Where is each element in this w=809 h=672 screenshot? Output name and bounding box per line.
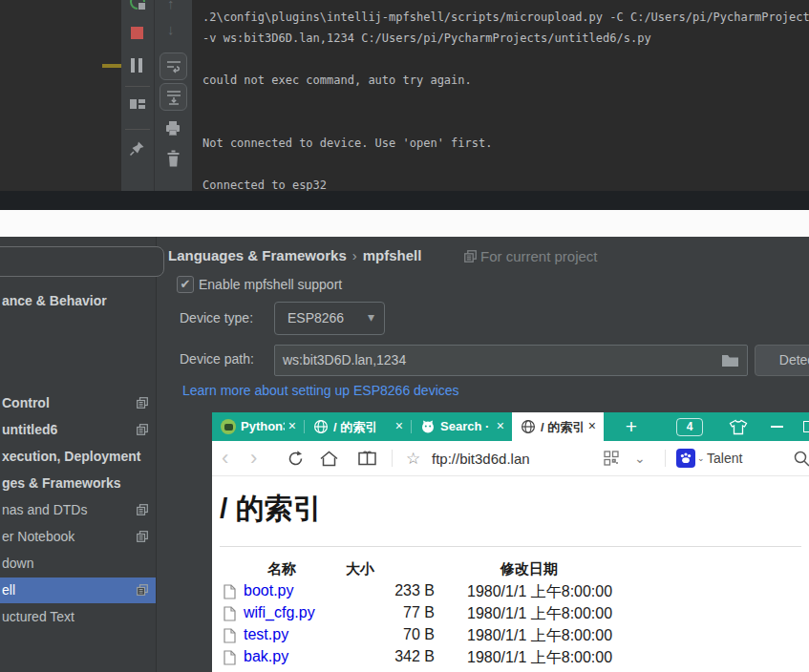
restore-layout-icon[interactable] — [130, 98, 145, 110]
tab-python3[interactable]: Python3 × — [212, 412, 304, 441]
close-icon[interactable]: × — [288, 418, 296, 433]
sidebar-item-label: uctured Text — [2, 604, 75, 630]
sidebar-item[interactable]: down — [0, 551, 156, 577]
star-icon[interactable]: ☆ — [406, 441, 420, 475]
sidebar-item-label: ell — [2, 578, 15, 603]
stop-icon[interactable] — [131, 27, 143, 39]
browser-address-bar: ‹ › ☆ ftp://bit3d6d.lan ⌄ — [212, 441, 809, 476]
globe-icon — [313, 419, 329, 434]
new-tab-button[interactable]: + — [619, 414, 644, 439]
qr-code-icon[interactable] — [604, 441, 619, 475]
device-path-input[interactable]: ws:bit3D6D.lan,1234 — [274, 345, 748, 376]
tab-github-search[interactable]: Search · × — [412, 412, 512, 441]
scroll-to-end-icon[interactable] — [160, 83, 187, 111]
python-favicon — [221, 419, 236, 434]
console-toolbar: ↑ ↓ — [154, 0, 192, 191]
reading-mode-book-icon[interactable] — [357, 441, 377, 475]
close-icon[interactable]: × — [497, 418, 504, 433]
file-size: 342 B — [346, 648, 435, 665]
learn-more-link[interactable]: Learn more about setting up ESP8266 devi… — [182, 383, 459, 398]
file-link[interactable]: boot.py — [244, 582, 293, 599]
chevron-down-icon: ▾ — [368, 309, 374, 325]
toolbar-separator — [125, 129, 150, 130]
enable-mpfshell-checkbox[interactable]: ✔ — [177, 276, 194, 293]
globe-icon — [521, 419, 536, 434]
skin-tshirt-icon[interactable] — [726, 412, 751, 441]
file-row: wifi_cfg.py 77 B 1980/1/1 上午8:00:00 — [212, 603, 809, 625]
sidebar-item-label: untitled6 — [2, 417, 57, 443]
console-output: .2\config\plugins\intellij-mpfshell/scri… — [202, 7, 809, 196]
editor-caret-marker — [102, 64, 121, 68]
folder-icon[interactable] — [721, 354, 739, 368]
column-header-date: 修改日期 — [500, 560, 558, 578]
chevron-down-icon[interactable]: ⌄ — [634, 441, 646, 475]
sidebar-item[interactable]: untitled6 — [0, 417, 156, 443]
tab-ftp-index-active[interactable]: / 的索引 × — [512, 412, 604, 441]
file-link[interactable]: wifi_cfg.py — [244, 604, 315, 621]
settings-search-input[interactable] — [0, 246, 164, 277]
file-row: test.py 70 B 1980/1/1 上午8:00:00 — [212, 625, 809, 647]
rerun-icon[interactable] — [130, 0, 145, 10]
section-gap — [0, 210, 809, 237]
soft-wrap-icon[interactable] — [160, 52, 187, 80]
sidebar-item[interactable]: xecution, Deployment — [0, 444, 156, 470]
github-icon — [420, 419, 436, 434]
sidebar-item[interactable]: ges & Frameworks — [0, 471, 156, 496]
sidebar-item-label: ges & Frameworks — [2, 471, 121, 496]
detect-button[interactable]: Detect — [755, 345, 809, 376]
device-type-value: ESP8266 — [287, 310, 344, 326]
maximize-button[interactable] — [797, 412, 809, 441]
device-type-dropdown[interactable]: ESP8266 ▾ — [274, 302, 385, 335]
up-arrow-icon[interactable]: ↑ — [167, 0, 175, 11]
sidebar-item-label: down — [2, 551, 33, 577]
file-icon — [224, 650, 236, 665]
sidebar-item-label: er Notebook — [2, 524, 75, 550]
delete-icon[interactable] — [166, 150, 181, 167]
sidebar-item[interactable]: ell — [0, 578, 156, 603]
close-icon[interactable]: × — [395, 418, 403, 433]
settings-sidebar: ance & Behavior Control untitled6 xecu — [0, 237, 157, 672]
mirror-icon — [137, 584, 148, 596]
refresh-icon[interactable] — [287, 441, 305, 475]
file-link[interactable]: bak.py — [244, 648, 288, 665]
mirror-icon — [137, 504, 148, 515]
scope-note: For current project — [464, 248, 598, 264]
print-icon[interactable] — [164, 120, 181, 136]
sidebar-item[interactable]: Control — [0, 390, 156, 416]
run-toolbar — [121, 0, 154, 191]
search-box-text[interactable]: Talent — [707, 441, 742, 475]
down-arrow-icon[interactable]: ↓ — [167, 22, 175, 37]
back-icon[interactable]: ‹ — [222, 441, 228, 475]
ftp-directory-page: / 的索引 名称 大小 修改日期 boot.py 233 B 1980/1/1 … — [212, 476, 809, 672]
file-date: 1980/1/1 上午8:00:00 — [467, 648, 612, 668]
sidebar-item-label: nas and DTDs — [2, 497, 87, 523]
sidebar-item[interactable]: nas and DTDs — [0, 497, 156, 523]
mirror-icon — [137, 424, 148, 435]
close-icon[interactable]: × — [588, 418, 596, 433]
sidebar-item[interactable]: er Notebook — [0, 524, 156, 550]
screenshot-root: ↑ ↓ .2\config\plugins\intellij-mpfshell/… — [0, 0, 809, 672]
breadcrumb-separator-icon: › — [347, 247, 363, 263]
url-text[interactable]: ftp://bit3d6d.lan — [432, 441, 530, 475]
browser-window: Python3 × / 的索引 × Search · × — [212, 412, 809, 672]
baidu-search-engine-icon[interactable]: ⌄ — [676, 441, 705, 475]
forward-icon[interactable]: › — [250, 441, 257, 475]
column-header-name: 名称 — [267, 560, 296, 578]
file-icon — [224, 606, 236, 621]
tab-count-badge[interactable]: 4 — [676, 418, 703, 436]
home-icon[interactable] — [319, 441, 339, 475]
ide-bottom-band — [0, 191, 809, 210]
tab-label: Search · — [440, 419, 489, 433]
pause-icon[interactable] — [131, 58, 146, 76]
sidebar-item[interactable]: uctured Text — [0, 604, 156, 630]
breadcrumb-parent[interactable]: Languages & Frameworks — [168, 247, 347, 263]
file-link[interactable]: test.py — [244, 626, 288, 643]
sidebar-item[interactable]: ance & Behavior — [0, 288, 156, 314]
tab-ftp-index-1[interactable]: / 的索引 × — [305, 412, 411, 441]
file-icon — [224, 584, 236, 599]
search-magnifier-icon[interactable] — [793, 441, 809, 475]
sidebar-item-label: Control — [2, 390, 50, 416]
minimize-button[interactable] — [764, 412, 789, 441]
file-date: 1980/1/1 上午8:00:00 — [467, 582, 612, 602]
pin-icon[interactable] — [129, 140, 145, 157]
